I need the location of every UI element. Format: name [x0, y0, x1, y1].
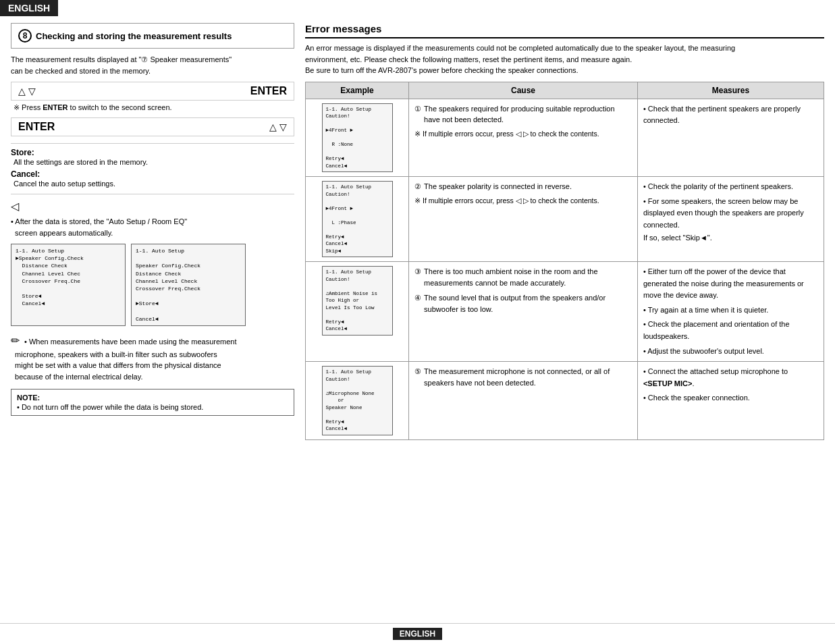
screen2-line3: Speaker Config.Check — [136, 262, 241, 269]
screen1-line3: Distance Check — [16, 262, 121, 269]
nav-row-1: △ ▽ ENTER — [11, 82, 294, 101]
example-cell-2: 1-1. Auto Setup Caution! ►4Front ► L :Ph… — [306, 177, 409, 262]
screen-mockup-2: 1-1. Auto Setup Speaker Config.Check Dis… — [131, 244, 246, 326]
store-item: Store: All the settings are stored in th… — [11, 148, 294, 167]
store-text: All the settings are stored in the memor… — [14, 158, 148, 166]
nav-row2-left: ENTER — [18, 121, 55, 133]
table-row: 1-1. Auto Setup Caution! ♫Ambient Noise … — [306, 262, 824, 362]
screen2-line4: Distance Check — [136, 270, 241, 277]
store-label: Store: — [11, 148, 34, 157]
error-title: Error messages — [305, 23, 824, 38]
error-screen-4: 1-1. Auto Setup Caution! ♫Microphone Non… — [322, 366, 393, 435]
screen1-line7: Store◄ — [16, 292, 121, 300]
arrow-note-text: • After the data is stored, the "Auto Se… — [11, 216, 294, 238]
right-column: Error messages An error message is displ… — [305, 23, 824, 440]
cause-note-1: ※ If multiple errors occur, press ◁ ▷ to… — [414, 130, 632, 138]
error-screen-3: 1-1. Auto Setup Caution! ♫Ambient Noise … — [322, 266, 393, 336]
table-row: 1-1. Auto Setup Caution! ♫Microphone Non… — [306, 362, 824, 440]
example-cell-4: 1-1. Auto Setup Caution! ♫Microphone Non… — [306, 362, 409, 440]
section-intro: The measurement results displayed at "⑦ … — [11, 54, 294, 76]
pencil-note: ✏ • When measurements have been made usi… — [11, 333, 294, 383]
screen1-line1: 1-1. Auto Setup — [16, 247, 121, 254]
screen2-line1: 1-1. Auto Setup — [136, 247, 241, 254]
measures-cell-2: Check the polarity of the pertinent spea… — [637, 177, 824, 262]
screen-mockups: 1-1. Auto Setup ►Speaker Config.Check Di… — [11, 244, 294, 326]
section-number: 8 — [18, 29, 32, 43]
screen2-line6: Crossover Freq.Check — [136, 285, 241, 292]
table-header-cause: Cause — [409, 82, 638, 99]
cause-cell-4: ⑤ The measurement microphone is not conn… — [409, 362, 638, 440]
screen2-line5: Channel Level Check — [136, 277, 241, 285]
cancel-item: Cancel: Cancel the auto setup settings. — [11, 169, 294, 188]
screen1-line8: Cancel◄ — [16, 300, 121, 307]
error-screen-2: 1-1. Auto Setup Caution! ►4Front ► L :Ph… — [322, 181, 393, 257]
screen1-line2: ►Speaker Config.Check — [16, 254, 121, 262]
nav-row2-right: △ ▽ — [269, 122, 287, 132]
section-title: Checking and storing the measurement res… — [36, 31, 232, 41]
screen2-line10: Cancel◄ — [136, 315, 241, 323]
example-cell-1: 1-1. Auto Setup Caution! ►4Front ► R :No… — [306, 99, 409, 177]
cause-cell-2: ② The speaker polarity is connected in r… — [409, 177, 638, 262]
table-row: 1-1. Auto Setup Caution! ►4Front ► R :No… — [306, 99, 824, 177]
nav-row1-left: △ ▽ — [18, 86, 36, 97]
error-intro: An error message is displayed if the mea… — [305, 43, 824, 76]
store-cancel-section: Store: All the settings are stored in th… — [11, 143, 294, 188]
screen-mockup-1: 1-1. Auto Setup ►Speaker Config.Check Di… — [11, 244, 126, 326]
arrow-note-section: ◁ • After the data is stored, the "Auto … — [11, 194, 294, 238]
nav-row1-right: ENTER — [250, 85, 287, 97]
cause-cell-1: ① The speakers required for producing su… — [409, 99, 638, 177]
measures-cell-3: Either turn off the power of the device … — [637, 262, 824, 362]
screen1-line4: Channel Level Chec — [16, 270, 121, 277]
note-text: • Do not turn off the power while the da… — [17, 403, 288, 411]
error-screen-1: 1-1. Auto Setup Caution! ►4Front ► R :No… — [322, 103, 393, 173]
screen2-line8: ►Store◄ — [136, 300, 241, 307]
cancel-text: Cancel the auto setup settings. — [14, 180, 115, 188]
top-bar: ENGLISH — [0, 0, 835, 16]
cause-note-2: ※ If multiple errors occur, press ◁ ▷ to… — [414, 196, 632, 205]
note-title: NOTE: — [17, 394, 288, 402]
cause-cell-3: ③ There is too much ambient noise in the… — [409, 262, 638, 362]
error-table: Example Cause Measures 1-1. Auto Setup C… — [305, 82, 824, 440]
note-box: NOTE: • Do not turn off the power while … — [11, 389, 294, 416]
nav-row-2: ENTER △ ▽ — [11, 117, 294, 136]
example-cell-3: 1-1. Auto Setup Caution! ♫Ambient Noise … — [306, 262, 409, 362]
top-bar-label: ENGLISH — [0, 0, 58, 16]
press-enter-note: ※ Press ENTER to switch to the second sc… — [11, 103, 294, 112]
table-header-measures: Measures — [637, 82, 824, 99]
table-header-example: Example — [306, 82, 409, 99]
bottom-bar: ENGLISH — [0, 623, 835, 644]
screen1-line5: Crossover Freq.Che — [16, 277, 121, 285]
table-row: 1-1. Auto Setup Caution! ►4Front ► L :Ph… — [306, 177, 824, 262]
measures-cell-1: Check that the pertinent speakers are pr… — [637, 99, 824, 177]
measures-cell-4: Connect the attached setup microphone to… — [637, 362, 824, 440]
main-container: 8 Checking and storing the measurement r… — [0, 16, 835, 447]
bottom-bar-label: ENGLISH — [393, 628, 442, 640]
cancel-label: Cancel: — [11, 169, 40, 179]
pencil-icon: ✏ — [11, 335, 20, 346]
section-heading-box: 8 Checking and storing the measurement r… — [11, 23, 294, 49]
left-arrow-symbol: ◁ — [11, 198, 294, 215]
left-column: 8 Checking and storing the measurement r… — [11, 23, 294, 440]
